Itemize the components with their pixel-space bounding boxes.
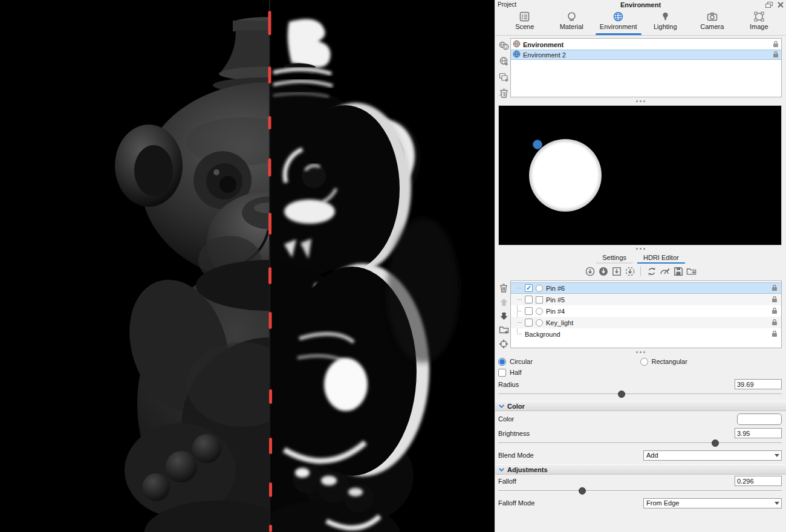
- tab-environment[interactable]: Environment: [596, 10, 641, 35]
- blend-mode-label: Blend Mode: [498, 452, 643, 459]
- splitter-handle[interactable]: [495, 245, 786, 251]
- pin-row[interactable]: Pin #4: [511, 305, 781, 317]
- application-window: Project Environment Scene Material Envir…: [0, 0, 786, 532]
- half-checkbox[interactable]: [498, 369, 506, 377]
- circular-radio-option[interactable]: Circular: [498, 356, 640, 367]
- pin-label: Pin #4: [546, 308, 768, 315]
- pin-visibility-checkbox[interactable]: [525, 307, 533, 315]
- add-rectangular-pin-icon[interactable]: [611, 266, 622, 276]
- falloff-slider-handle[interactable]: [579, 487, 586, 495]
- delete-environment-icon[interactable]: [499, 88, 509, 98]
- project-panel: Project Environment Scene Material Envir…: [495, 0, 786, 532]
- radius-input[interactable]: [735, 379, 782, 389]
- pin-row[interactable]: Pin #5: [511, 294, 781, 305]
- blend-mode-value: Add: [646, 452, 773, 459]
- background-row[interactable]: Background: [511, 328, 781, 340]
- edit-dial-icon[interactable]: [660, 266, 670, 276]
- rectangular-label: Rectangular: [652, 358, 687, 365]
- circular-label: Circular: [510, 358, 533, 365]
- brightness-slider[interactable]: [498, 440, 782, 447]
- rectangular-radio[interactable]: [640, 358, 648, 366]
- brightness-label: Brightness: [498, 430, 735, 437]
- blend-mode-row: Blend Mode Add: [495, 448, 786, 462]
- pin-section: Pin #6 Pin #5 Pin #4: [495, 278, 786, 349]
- color-section-header[interactable]: Color: [495, 401, 786, 411]
- delete-pin-icon[interactable]: [499, 283, 509, 293]
- chevron-down-icon: [499, 404, 504, 408]
- blend-mode-dropdown[interactable]: Add: [643, 450, 782, 461]
- half-option[interactable]: Half: [495, 367, 786, 378]
- pin-shape-options: Circular Rectangular: [495, 355, 786, 367]
- environment-name: Environment 2: [523, 51, 770, 59]
- tab-camera[interactable]: Camera: [689, 10, 735, 35]
- move-up-icon[interactable]: [499, 297, 509, 307]
- environment-sub-tabs: Settings HDRI Editor: [495, 252, 786, 264]
- lock-icon[interactable]: [771, 296, 778, 304]
- falloff-mode-dropdown[interactable]: From Edge: [643, 498, 782, 508]
- pin-row[interactable]: Key_light: [511, 317, 781, 328]
- tab-lighting[interactable]: Lighting: [642, 10, 688, 35]
- target-icon[interactable]: [499, 339, 509, 349]
- pin-row[interactable]: Pin #6: [511, 282, 781, 294]
- lighting-icon: [660, 11, 671, 22]
- render-viewport[interactable]: [0, 0, 495, 532]
- lock-icon[interactable]: [771, 284, 778, 293]
- circular-radio[interactable]: [498, 358, 506, 366]
- main-tab-bar: Scene Material Environment Lighting Came: [495, 8, 786, 36]
- refresh-icon[interactable]: [646, 266, 657, 276]
- falloff-input[interactable]: [735, 476, 782, 486]
- tab-scene[interactable]: Scene: [502, 10, 548, 35]
- add-pin-icon[interactable]: [585, 266, 595, 276]
- panel-titlebar: Project Environment: [495, 0, 786, 8]
- adjustments-section-header[interactable]: Adjustments: [495, 464, 786, 475]
- hdri-preview[interactable]: [498, 105, 782, 245]
- splitter-handle[interactable]: [495, 349, 786, 355]
- undock-icon[interactable]: [765, 2, 773, 8]
- environment-name: Environment: [523, 41, 770, 48]
- falloff-mode-label: Falloff Mode: [498, 499, 643, 507]
- lock-icon[interactable]: [773, 41, 779, 49]
- tab-image-label: Image: [750, 23, 768, 32]
- rectangular-radio-option[interactable]: Rectangular: [640, 356, 782, 367]
- pin-visibility-checkbox[interactable]: [525, 296, 533, 303]
- pin-label: Pin #5: [546, 296, 768, 303]
- duplicate-environment-icon[interactable]: [499, 41, 509, 51]
- adjustments-section-label: Adjustments: [507, 466, 548, 473]
- tab-material[interactable]: Material: [548, 10, 594, 35]
- save-icon[interactable]: [673, 266, 683, 276]
- falloff-row: Falloff: [495, 475, 786, 487]
- close-icon[interactable]: [778, 2, 784, 8]
- environment-list-item[interactable]: Environment: [511, 39, 781, 50]
- hdri-light-circle: [529, 139, 602, 212]
- export-folder-icon[interactable]: [686, 266, 697, 276]
- panel-title: Project: [498, 1, 552, 8]
- pin-shape-square-icon: [536, 296, 543, 303]
- tab-image[interactable]: Image: [736, 10, 782, 35]
- dropdown-arrow-icon: [773, 502, 781, 505]
- brightness-slider-handle[interactable]: [712, 440, 719, 447]
- add-image-pin-icon[interactable]: [598, 266, 608, 276]
- tab-hdri-editor[interactable]: HDRI Editor: [637, 252, 685, 264]
- pin-visibility-checkbox[interactable]: [525, 284, 533, 292]
- add-folder-icon[interactable]: [499, 325, 509, 335]
- brightness-input[interactable]: [735, 428, 782, 438]
- move-down-icon[interactable]: [499, 311, 509, 321]
- falloff-mode-row: Falloff Mode From Edge: [495, 496, 786, 510]
- hdri-pin[interactable]: [533, 140, 542, 149]
- color-swatch[interactable]: [737, 414, 782, 425]
- lock-icon[interactable]: [771, 319, 778, 327]
- lock-icon[interactable]: [771, 330, 778, 339]
- copy-to-scene-icon[interactable]: [499, 72, 509, 82]
- color-row: Color: [495, 411, 786, 427]
- add-half-pin-icon[interactable]: [625, 266, 635, 276]
- splitter-handle[interactable]: [495, 98, 786, 104]
- tab-settings[interactable]: Settings: [596, 252, 632, 264]
- add-environment-icon[interactable]: [499, 56, 509, 66]
- environment-list-item-selected[interactable]: Environment 2: [511, 50, 781, 60]
- lock-icon[interactable]: [771, 307, 778, 316]
- falloff-slider[interactable]: [498, 487, 782, 495]
- lock-icon[interactable]: [773, 51, 779, 59]
- pin-visibility-checkbox[interactable]: [525, 319, 533, 326]
- radius-slider-handle[interactable]: [618, 391, 625, 398]
- radius-slider[interactable]: [498, 391, 782, 398]
